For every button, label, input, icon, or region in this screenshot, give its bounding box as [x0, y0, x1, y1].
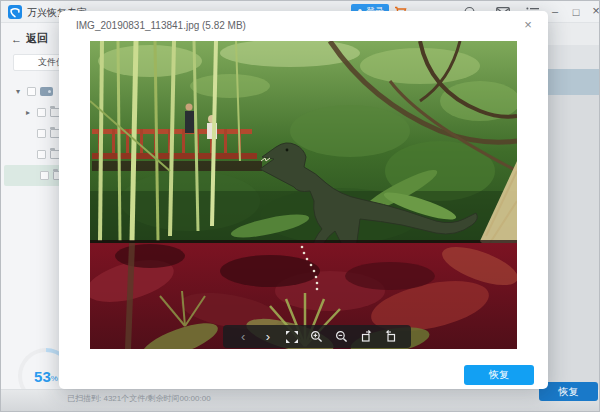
viewer-toolbar: ‹ › [223, 325, 411, 348]
minimize-icon: – [552, 4, 558, 18]
app-window: 万兴恢复专家 登录 – □ × ← 返回 文件位置 [0, 0, 600, 412]
maximize-button[interactable]: □ [569, 5, 583, 19]
progress-unit: % [51, 374, 58, 383]
minimize-button[interactable]: – [548, 4, 562, 18]
caret-right-icon[interactable]: ▸ [23, 108, 33, 117]
preview-image: ‹ › [90, 41, 517, 349]
scan-status-text: 已扫描到: 4321个文件/剩余时间00:00:00 [67, 393, 211, 404]
wondershare-logo-icon [8, 5, 22, 19]
fullscreen-icon [286, 331, 298, 343]
fullscreen-button[interactable] [284, 329, 300, 345]
close-icon: × [524, 17, 532, 32]
checkbox[interactable] [27, 87, 36, 96]
back-button[interactable]: ← 返回 [11, 31, 48, 46]
rotate-right-icon [360, 330, 373, 343]
rotate-right-button[interactable] [358, 329, 374, 345]
back-label: 返回 [26, 31, 48, 46]
zoom-in-icon [310, 330, 323, 343]
caret-down-icon[interactable]: ▾ [13, 87, 23, 96]
drive-icon [40, 87, 53, 96]
progress-percent: 53 [34, 368, 51, 385]
modal-close-button[interactable]: × [520, 16, 536, 32]
zoom-in-button[interactable] [309, 329, 325, 345]
checkbox[interactable] [37, 129, 46, 138]
next-image-button[interactable]: › [260, 329, 276, 345]
next-icon: › [266, 329, 270, 345]
recover-button-modal[interactable]: 恢复 [464, 365, 534, 385]
back-arrow-icon: ← [11, 33, 22, 45]
checkbox[interactable] [37, 150, 46, 159]
zoom-out-icon [335, 330, 348, 343]
close-icon: × [592, 4, 600, 18]
rotate-left-button[interactable] [383, 329, 399, 345]
zoom-out-button[interactable] [334, 329, 350, 345]
checkbox[interactable] [40, 171, 49, 180]
preview-modal: IMG_20190831_113841.jpg (5.82 MB) × [59, 11, 548, 389]
rotate-left-icon [384, 330, 397, 343]
maximize-icon: □ [573, 5, 580, 19]
prev-image-button[interactable]: ‹ [235, 329, 251, 345]
preview-filename: IMG_20190831_113841.jpg (5.82 MB) [76, 20, 246, 31]
prev-icon: ‹ [241, 329, 245, 345]
checkbox[interactable] [37, 108, 46, 117]
status-bar: 已扫描到: 4321个文件/剩余时间00:00:00 [1, 389, 600, 412]
close-window-button[interactable]: × [589, 4, 600, 18]
